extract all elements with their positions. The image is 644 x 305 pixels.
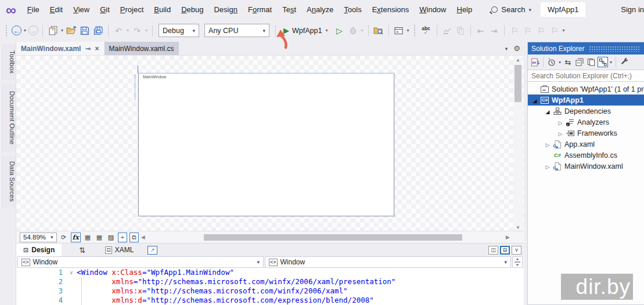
properties-wrench-icon[interactable] <box>619 57 629 67</box>
effects-toggle-icon[interactable]: fx <box>71 233 81 242</box>
gear-icon[interactable]: ⚙ <box>513 44 520 53</box>
tab-mainwindow-xaml[interactable]: MainWindow.xaml ⊸ × <box>16 42 104 55</box>
code-line[interactable]: 1∨<Window x:Class="WpfApp1.MainWindow" <box>16 268 524 277</box>
menu-item-help[interactable]: Help <box>451 1 477 18</box>
redo-dropdown-icon[interactable]: ▾ <box>145 28 147 33</box>
close-icon[interactable]: × <box>95 45 99 53</box>
search-menu-button[interactable]: Search ▾ <box>485 2 537 17</box>
tree-item-frameworks[interactable]: ▷Frameworks <box>528 128 644 139</box>
code-line[interactable]: 2 xmlns="http://schemas.microsoft.com/wi… <box>16 277 524 286</box>
previous-bookmark-button[interactable]: ⚐ <box>522 24 534 38</box>
design-view-tab[interactable]: ⊡ Design <box>16 244 62 256</box>
snap-to-gridlines-icon[interactable]: + <box>118 233 127 242</box>
solution-platform-combo[interactable]: Any CPU▾ <box>204 24 269 37</box>
new-project-button[interactable] <box>47 25 59 37</box>
menu-item-edit[interactable]: Edit <box>45 1 68 18</box>
tree-item-wpfapp1[interactable]: ◢C#WpfApp1 <box>528 95 644 106</box>
new-project-dropdown-icon[interactable]: ▾ <box>61 28 63 33</box>
sign-in-button[interactable]: Sign in <box>621 5 644 14</box>
tree-item-app-xaml[interactable]: ▷App.xaml <box>528 139 644 150</box>
expander-collapsed-icon[interactable]: ▷ <box>559 131 563 137</box>
expander-collapsed-icon[interactable]: ▷ <box>546 142 550 148</box>
zoom-level-combo[interactable]: 54.89%▾ <box>20 233 57 242</box>
save-all-button[interactable] <box>92 25 104 37</box>
pin-icon[interactable]: ⊸ <box>85 45 91 53</box>
scrollbar-thumb[interactable] <box>204 234 462 241</box>
snap-to-snaplines-icon[interactable]: ⧉ <box>129 233 139 242</box>
clear-bookmarks-button[interactable]: ⚐ <box>549 24 560 38</box>
redo-button[interactable]: ↷ <box>131 24 143 38</box>
navigate-back-dropdown-icon[interactable]: ▾ <box>24 28 26 33</box>
bookmarks-dropdown-icon[interactable]: ▾ <box>563 28 565 33</box>
refresh-icon[interactable]: ⇆ <box>563 57 573 67</box>
collapse-all-icon[interactable] <box>574 57 585 67</box>
swap-panes-button[interactable]: ⇅ <box>72 244 92 256</box>
menu-item-project[interactable]: Project <box>115 1 149 18</box>
hot-reload-dropdown-icon[interactable]: ▾ <box>361 28 364 33</box>
menu-item-build[interactable]: Build <box>149 1 176 18</box>
collapse-pane-button[interactable]: ⋎ <box>512 246 521 255</box>
sync-with-active-document-icon[interactable] <box>598 57 608 67</box>
show-all-files-icon[interactable] <box>586 57 596 67</box>
solution-explorer-header[interactable]: Solution Explorer <box>528 42 644 55</box>
refresh-designer-icon[interactable]: ⟳ <box>59 234 69 241</box>
scroll-left-icon[interactable]: ◀ <box>141 234 145 240</box>
xaml-view-tab[interactable]: ⊡ XAML <box>98 244 141 256</box>
filter-dropdown-icon[interactable]: ▾ <box>559 60 561 65</box>
start-debugging-button[interactable]: ▶ WpfApp1 ▾ <box>280 26 332 35</box>
menu-item-git[interactable]: Git <box>95 1 115 18</box>
next-bookmark-button[interactable]: ⚐ <box>535 24 547 38</box>
live-preview-dropdown-icon[interactable]: ▾ <box>407 28 409 33</box>
find-in-files-button[interactable] <box>373 25 384 37</box>
pending-changes-filter-icon[interactable] <box>546 57 557 67</box>
menu-item-format[interactable]: Format <box>243 1 277 18</box>
switch-views-icon[interactable]: ∞ <box>530 57 540 67</box>
open-file-button[interactable] <box>66 25 77 37</box>
designer-horizontal-scrollbar[interactable] <box>149 233 502 242</box>
snap-grid-icon[interactable]: ▦ <box>95 234 104 241</box>
project-name-badge[interactable]: WpfApp1 <box>541 2 585 17</box>
undo-dropdown-icon[interactable]: ▾ <box>127 28 129 33</box>
scroll-up-icon[interactable]: ▲ <box>513 57 523 63</box>
element-navigator-left[interactable]: <> Window ▾ <box>17 256 264 268</box>
scroll-right-icon[interactable]: ▶ <box>506 234 510 240</box>
search-input[interactable] <box>531 72 641 80</box>
undo-button[interactable]: ↶ <box>113 24 124 38</box>
editor-splitter-button[interactable] <box>512 256 523 268</box>
sidebar-tab-document-outline[interactable]: Document Outline <box>0 83 16 152</box>
designer-vertical-scrollbar[interactable]: ▲ ▼ <box>513 57 523 231</box>
expander-expanded-icon[interactable]: ◢ <box>546 109 550 115</box>
tree-item-solution-wpfapp1-1-of-1-project-[interactable]: ∞Solution 'WpfApp1' (1 of 1 project) <box>528 83 644 95</box>
sync-dropdown-icon[interactable]: ▾ <box>610 60 612 65</box>
tree-item-assemblyinfo-cs[interactable]: C#AssemblyInfo.cs <box>528 150 644 161</box>
xaml-designer-surface[interactable]: MainWindow ▲ ▼ 54.89%▾ ⟳ fx ▦ ▦ ▨ + ⧉ ◀ <box>16 55 524 243</box>
menu-item-window[interactable]: Window <box>414 1 451 18</box>
solution-configuration-combo[interactable]: Debug▾ <box>159 24 199 37</box>
sidebar-tab-toolbox[interactable]: Toolbox <box>0 44 16 80</box>
element-navigator-right[interactable]: <> Window ▾ <box>265 256 511 268</box>
code-line[interactable]: 4 xmlns:d="http://schemas.microsoft.com/… <box>16 296 524 305</box>
hot-reload-button[interactable] <box>347 25 359 37</box>
tab-list-dropdown-icon[interactable]: ▾ <box>505 46 508 52</box>
menu-item-view[interactable]: View <box>68 1 95 18</box>
scrollbar-thumb[interactable] <box>515 65 521 102</box>
menu-item-analyze[interactable]: Analyze <box>301 1 339 18</box>
scroll-down-icon[interactable]: ▼ <box>513 225 523 230</box>
menu-item-extensions[interactable]: Extensions <box>367 1 415 18</box>
start-without-debugging-button[interactable]: ▷ <box>334 24 346 38</box>
toolbar-grip[interactable] <box>413 24 416 37</box>
expander-collapsed-icon[interactable]: ▷ <box>546 164 550 170</box>
save-button[interactable] <box>79 25 91 37</box>
horizontal-split-button[interactable]: ⊟ <box>500 246 510 255</box>
panel-drag-handle[interactable] <box>589 46 641 52</box>
solution-explorer-search[interactable] <box>528 70 644 82</box>
popout-xaml-button[interactable]: ↗ <box>141 244 164 256</box>
navigate-back-button[interactable]: ← <box>12 26 21 35</box>
mainwindow-design-preview[interactable]: MainWindow <box>138 73 394 216</box>
menu-item-test[interactable]: Test <box>277 1 301 18</box>
tree-item-mainwindow-xaml[interactable]: ▷MainWindow.xaml <box>528 161 644 172</box>
fold-chevron-icon[interactable]: ∨ <box>66 268 77 277</box>
increase-indent-button[interactable]: ⇥ <box>488 24 500 38</box>
menu-item-design[interactable]: Design <box>208 1 242 18</box>
tab-mainwindow-xaml-cs[interactable]: MainWindow.xaml.cs <box>105 42 179 55</box>
